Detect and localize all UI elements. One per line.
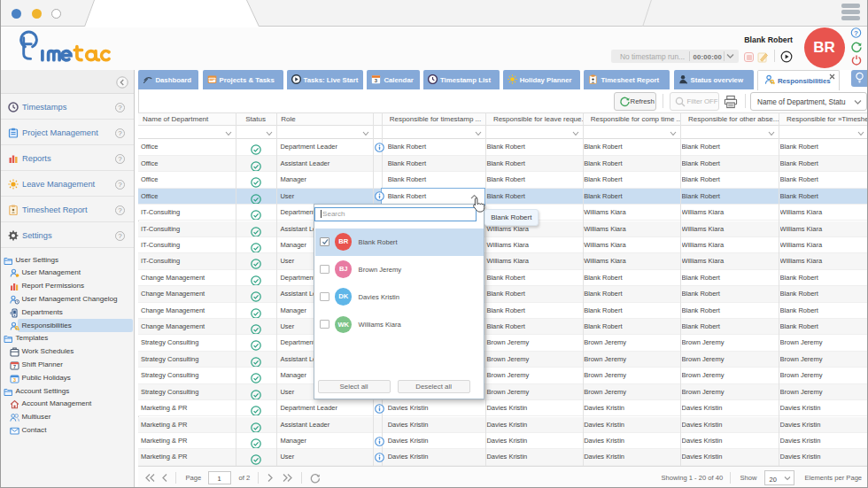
svg-text:?: ? (854, 29, 858, 37)
svg-text:3: 3 (13, 377, 16, 383)
svg-text:7: 7 (13, 364, 16, 369)
